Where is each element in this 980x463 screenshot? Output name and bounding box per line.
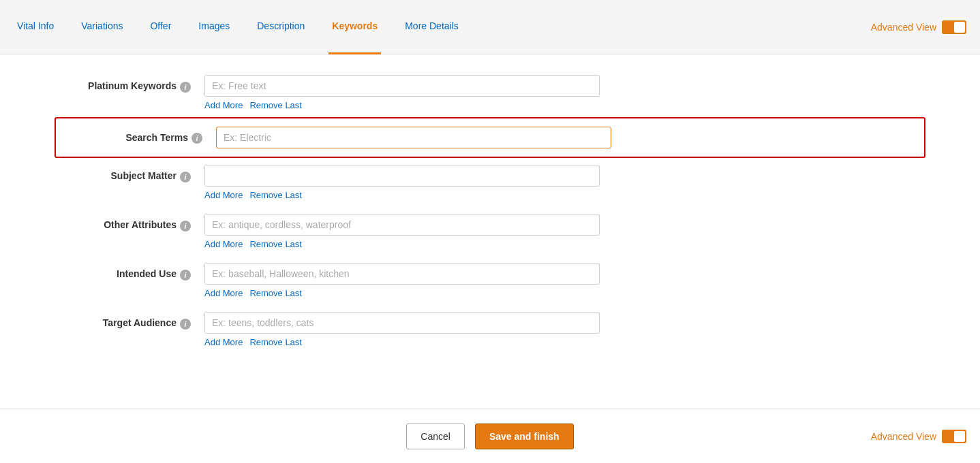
subject-matter-label: Subject Matter i [55, 165, 191, 182]
subject-matter-input[interactable] [204, 165, 600, 187]
tab-offer[interactable]: Offer [147, 0, 174, 54]
intended-use-remove-last[interactable]: Remove Last [249, 288, 302, 298]
target-audience-row: Target Audience i Add More Remove Last [55, 312, 925, 347]
intended-use-info-icon[interactable]: i [180, 270, 191, 281]
target-audience-add-more[interactable]: Add More [204, 337, 243, 347]
advanced-view-toggle-top[interactable]: Advanced View [871, 20, 966, 34]
target-audience-links: Add More Remove Last [204, 337, 600, 347]
platinum-keywords-field-group: Add More Remove Last [204, 75, 600, 110]
other-attributes-row: Other Attributes i Add More Remove Last [55, 214, 925, 249]
search-terms-row: Search Terms i [55, 117, 925, 158]
target-audience-label: Target Audience i [55, 312, 191, 330]
cancel-button[interactable]: Cancel [406, 424, 465, 449]
platinum-keywords-add-more[interactable]: Add More [204, 100, 243, 110]
platinum-keywords-links: Add More Remove Last [204, 100, 600, 110]
toggle-knob-top [954, 22, 965, 33]
intended-use-add-more[interactable]: Add More [204, 288, 243, 298]
tab-keywords[interactable]: Keywords [328, 0, 381, 54]
target-audience-field-group: Add More Remove Last [204, 312, 600, 347]
advanced-view-label-bottom: Advanced View [871, 431, 936, 442]
platinum-keywords-remove-last[interactable]: Remove Last [249, 100, 302, 110]
target-audience-input[interactable] [204, 312, 600, 334]
other-attributes-info-icon[interactable]: i [180, 221, 191, 232]
intended-use-row: Intended Use i Add More Remove Last [55, 263, 925, 298]
search-terms-label: Search Terms i [66, 131, 202, 144]
nav-tabs: Vital Info Variations Offer Images Descr… [14, 0, 871, 54]
intended-use-field-group: Add More Remove Last [204, 263, 600, 298]
other-attributes-links: Add More Remove Last [204, 239, 600, 249]
intended-use-links: Add More Remove Last [204, 288, 600, 298]
subject-matter-links: Add More Remove Last [204, 190, 600, 200]
intended-use-input[interactable] [204, 263, 600, 285]
top-navigation: Vital Info Variations Offer Images Descr… [0, 0, 980, 54]
platinum-keywords-info-icon[interactable]: i [180, 82, 191, 93]
form-section: Platinum Keywords i Add More Remove Last [0, 75, 980, 110]
advanced-view-label-top: Advanced View [871, 22, 936, 33]
other-attributes-input[interactable] [204, 214, 600, 236]
subject-matter-row: Subject Matter i Add More Remove Last [55, 165, 925, 200]
target-audience-info-icon[interactable]: i [180, 319, 191, 330]
other-attributes-label: Other Attributes i [55, 214, 191, 232]
form-section-2: Subject Matter i Add More Remove Last Ot… [0, 165, 980, 347]
advanced-view-toggle-bottom[interactable]: Advanced View [871, 430, 966, 443]
bottom-bar: Cancel Save and finish Advanced View [0, 409, 980, 463]
other-attributes-add-more[interactable]: Add More [204, 239, 243, 249]
tab-vital-info[interactable]: Vital Info [14, 0, 57, 54]
other-attributes-field-group: Add More Remove Last [204, 214, 600, 249]
tab-variations[interactable]: Variations [78, 0, 126, 54]
subject-matter-add-more[interactable]: Add More [204, 190, 243, 200]
platinum-keywords-input[interactable] [204, 75, 600, 97]
tab-more-details[interactable]: More Details [401, 0, 462, 54]
target-audience-remove-last[interactable]: Remove Last [249, 337, 302, 347]
platinum-keywords-label: Platinum Keywords i [55, 75, 191, 93]
toggle-switch-bottom[interactable] [942, 430, 966, 443]
main-content: Platinum Keywords i Add More Remove Last… [0, 54, 980, 409]
intended-use-label: Intended Use i [55, 263, 191, 281]
search-terms-input[interactable] [216, 127, 611, 148]
tab-description[interactable]: Description [254, 0, 308, 54]
search-terms-info-icon[interactable]: i [192, 133, 202, 144]
tab-images[interactable]: Images [195, 0, 233, 54]
save-finish-button[interactable]: Save and finish [475, 424, 574, 449]
subject-matter-info-icon[interactable]: i [180, 172, 191, 182]
subject-matter-remove-last[interactable]: Remove Last [249, 190, 302, 200]
platinum-keywords-row: Platinum Keywords i Add More Remove Last [55, 75, 925, 110]
subject-matter-field-group: Add More Remove Last [204, 165, 600, 200]
other-attributes-remove-last[interactable]: Remove Last [249, 239, 302, 249]
toggle-knob-bottom [954, 431, 965, 442]
toggle-switch-top[interactable] [942, 20, 966, 34]
